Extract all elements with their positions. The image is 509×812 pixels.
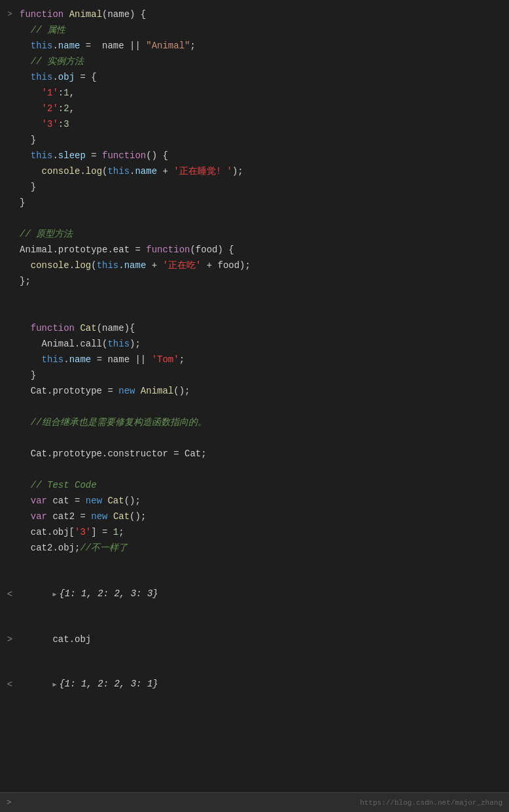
- bottom-bar: > https://blog.csdn.net/major_zhang: [0, 792, 509, 812]
- code-line-empty5: [0, 430, 509, 446]
- code-line-7: '2':2,: [0, 101, 509, 116]
- line-content-27: var cat2 = new Cat();: [20, 509, 509, 524]
- code-line-24: Cat.prototype.constructor = Cat;: [0, 446, 509, 462]
- line-content-e4: [20, 399, 509, 414]
- code-line-3: this.name = name || "Animal";: [0, 38, 509, 54]
- output-line-3: < ▶{1: 1, 2: 2, 3: 1}: [0, 662, 509, 707]
- code-line-empty4: [0, 399, 509, 414]
- line-content-16: console.log(this.name + '正在吃' + food);: [20, 258, 509, 273]
- code-line-25: // Test Code: [0, 477, 509, 493]
- line-content-29: cat2.obj;//不一样了: [20, 541, 509, 555]
- code-line-23: //组合继承也是需要修复构造函数指向的。: [0, 414, 509, 430]
- line-content-18: function Cat(name){: [20, 321, 509, 335]
- line-content-1: function Animal(name) {: [20, 7, 509, 22]
- output-arrow-2: >: [0, 632, 20, 647]
- code-line-21: }: [0, 367, 509, 383]
- line-content-12: }: [20, 180, 509, 194]
- line-content-25: // Test Code: [20, 478, 509, 492]
- code-line-22: Cat.prototype = new Animal();: [0, 383, 509, 399]
- line-content-6: '1':1,: [20, 86, 509, 100]
- line-content-28: cat.obj['3'] = 1;: [20, 525, 509, 539]
- code-line-empty7: [0, 556, 509, 571]
- line-content-15: Animal.prototype.eat = function(food) {: [20, 243, 509, 257]
- line-content-10: this.sleep = function() {: [20, 148, 509, 163]
- line-content-24: Cat.prototype.constructor = Cat;: [20, 447, 509, 461]
- line-content-4: // 实例方法: [20, 54, 509, 69]
- output-line-1: < ▶{1: 1, 2: 2, 3: 3}: [0, 571, 509, 617]
- line-content-21: }: [20, 368, 509, 382]
- line-content-19: Animal.call(this);: [20, 337, 509, 351]
- code-line-27: var cat2 = new Cat();: [0, 509, 509, 524]
- line-content-e2: [20, 290, 509, 304]
- code-line-1: > function Animal(name) {: [0, 7, 509, 22]
- output-content-2: cat.obj: [20, 618, 509, 661]
- line-content-8: '3':3: [20, 117, 509, 131]
- code-editor: > function Animal(name) { // 属性 this.nam…: [0, 0, 509, 714]
- code-line-6: '1':1,: [0, 85, 509, 101]
- output-line-2: > cat.obj: [0, 617, 509, 662]
- output-arrow-1: <: [0, 587, 20, 601]
- line-content-e3: [20, 305, 509, 320]
- line-content-23: //组合继承也是需要修复构造函数指向的。: [20, 415, 509, 430]
- line-content-e7: [20, 556, 509, 571]
- code-line-9: }: [0, 132, 509, 148]
- code-line-10: this.sleep = function() {: [0, 148, 509, 163]
- code-line-17: };: [0, 273, 509, 289]
- line-arrow-1: >: [0, 7, 20, 22]
- code-line-13: }: [0, 195, 509, 211]
- line-content-3: this.name = name || "Animal";: [20, 39, 509, 53]
- code-line-empty3: [0, 305, 509, 320]
- code-line-8: '3':3: [0, 116, 509, 132]
- code-line-11: console.log(this.name + '正在睡觉! ');: [0, 163, 509, 179]
- code-line-5: this.obj = {: [0, 69, 509, 85]
- code-line-empty6: [0, 462, 509, 477]
- code-line-empty1: [0, 211, 509, 226]
- bottom-prompt[interactable]: >: [7, 798, 11, 807]
- line-content-7: '2':2,: [20, 101, 509, 116]
- code-line-empty2: [0, 289, 509, 305]
- code-line-12: }: [0, 179, 509, 195]
- code-line-29: cat2.obj;//不一样了: [0, 540, 509, 556]
- line-content-9: }: [20, 133, 509, 147]
- line-content-e6: [20, 462, 509, 477]
- line-content-13: }: [20, 195, 509, 210]
- line-content-11: console.log(this.name + '正在睡觉! ');: [20, 164, 509, 178]
- code-line-19: Animal.call(this);: [0, 336, 509, 352]
- output-arrow-3: <: [0, 677, 20, 692]
- output-content-3: ▶{1: 1, 2: 2, 3: 1}: [20, 662, 509, 707]
- line-content-5: this.obj = {: [20, 70, 509, 84]
- code-line-20: this.name = name || 'Tom';: [0, 352, 509, 367]
- code-line-16: console.log(this.name + '正在吃' + food);: [0, 258, 509, 273]
- code-line-28: cat.obj['3'] = 1;: [0, 524, 509, 540]
- output-content-1: ▶{1: 1, 2: 2, 3: 3}: [20, 572, 509, 617]
- line-content-2: // 属性: [20, 23, 509, 37]
- code-line-2: // 属性: [0, 22, 509, 38]
- code-line-15: Animal.prototype.eat = function(food) {: [0, 242, 509, 258]
- line-content-20: this.name = name || 'Tom';: [20, 352, 509, 367]
- code-line-14: // 原型方法: [0, 226, 509, 242]
- line-content-26: var cat = new Cat();: [20, 494, 509, 508]
- line-content-17: };: [20, 274, 509, 288]
- bottom-url: https://blog.csdn.net/major_zhang: [360, 799, 502, 807]
- line-content-e5: [20, 431, 509, 445]
- line-content-14: // 原型方法: [20, 227, 509, 241]
- code-line-26: var cat = new Cat();: [0, 493, 509, 509]
- line-content-e1: [20, 211, 509, 226]
- code-line-4: // 实例方法: [0, 54, 509, 69]
- line-content-22: Cat.prototype = new Animal();: [20, 384, 509, 398]
- code-line-18: function Cat(name){: [0, 320, 509, 336]
